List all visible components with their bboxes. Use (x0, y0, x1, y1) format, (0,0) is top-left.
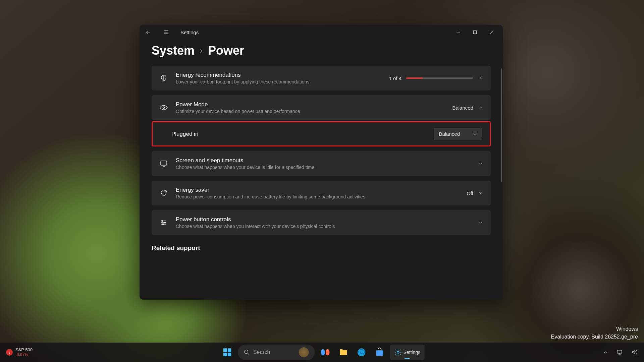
chevron-right-icon: › (200, 46, 203, 55)
svg-point-13 (397, 351, 399, 353)
energy-rec-progress-bar (406, 77, 473, 79)
chevron-up-icon (478, 105, 483, 110)
store-icon (375, 348, 384, 357)
windows-icon (223, 348, 232, 357)
svg-rect-12 (376, 350, 383, 356)
tray-volume[interactable] (629, 347, 639, 357)
chevron-right-icon (478, 75, 483, 81)
search-placeholder: Search (253, 349, 270, 355)
heart-leaf-icon (159, 188, 168, 198)
taskbar-app-explorer[interactable] (336, 345, 351, 360)
svg-rect-2 (161, 161, 167, 165)
power-button-sub: Choose what happens when you interact wi… (176, 224, 471, 229)
svg-rect-8 (223, 353, 227, 356)
svg-rect-14 (617, 350, 622, 353)
svg-point-5 (162, 224, 164, 225)
settings-content: System › Power Energy recommendations Lo… (140, 40, 503, 300)
svg-point-1 (163, 107, 164, 108)
scrollbar[interactable] (501, 68, 502, 182)
taskbar-app-edge[interactable] (354, 345, 369, 360)
folder-icon (339, 348, 348, 357)
related-support-heading: Related support (152, 244, 491, 252)
watermark-line2: Evaluation copy. Build 26252.ge_pre (551, 333, 638, 341)
close-button[interactable] (483, 26, 500, 38)
back-button[interactable] (142, 26, 154, 38)
eye-icon (159, 103, 168, 112)
screen-sleep-sub: Choose what happens when your device is … (176, 165, 471, 170)
monitor-network-icon (616, 349, 623, 355)
power-mode-sub: Optimize your device based on power use … (176, 109, 445, 114)
minimize-button[interactable] (450, 26, 467, 38)
windows-watermark: Windows Evaluation copy. Build 26252.ge_… (551, 325, 638, 341)
power-mode-value: Balanced (452, 105, 473, 111)
copilot-icon (321, 348, 330, 357)
taskbar-app-settings[interactable]: Settings (390, 345, 425, 360)
chevron-down-icon (473, 132, 477, 136)
chevron-up-icon (603, 350, 608, 355)
start-button[interactable] (220, 345, 235, 360)
plugged-in-label: Plugged in (171, 131, 426, 137)
energy-recommendations-card[interactable]: Energy recommendations Lower your carbon… (152, 66, 491, 90)
tray-overflow[interactable] (601, 348, 610, 357)
app-title: Settings (180, 29, 199, 35)
svg-rect-0 (474, 31, 477, 34)
close-icon (490, 30, 494, 34)
nav-menu-button[interactable] (160, 26, 172, 38)
titlebar: Settings (140, 25, 503, 40)
sliders-icon (159, 218, 168, 227)
back-arrow-icon (145, 29, 151, 35)
screen-sleep-card[interactable]: Screen and sleep timeouts Choose what ha… (152, 151, 491, 176)
search-highlight-icon (299, 347, 309, 357)
taskbar-search[interactable]: Search (238, 345, 315, 360)
taskbar: ↓ S&P 500 -0.97% Search (0, 343, 644, 362)
leaf-icon (159, 73, 168, 83)
svg-point-3 (162, 220, 163, 222)
taskbar-app-store[interactable] (372, 345, 387, 360)
settings-window: Settings System › Power Energy recommend… (140, 25, 503, 300)
edge-icon (357, 348, 366, 357)
taskbar-app-copilot[interactable] (318, 345, 333, 360)
energy-saver-sub: Reduce power consumption and increase ba… (176, 194, 459, 199)
energy-rec-progress-fill (406, 77, 423, 79)
stock-widget[interactable]: ↓ S&P 500 -0.97% (3, 346, 36, 358)
plugged-in-row: Plugged in Balanced (152, 121, 491, 146)
stock-down-icon: ↓ (6, 349, 13, 356)
energy-rec-title: Energy recommendations (176, 72, 381, 78)
search-icon (244, 349, 250, 355)
power-mode-card[interactable]: Power Mode Optimize your device based on… (152, 95, 491, 120)
stock-name: S&P 500 (15, 348, 33, 352)
plugged-in-dropdown-value: Balanced (439, 131, 460, 137)
svg-point-10 (245, 350, 248, 354)
chevron-down-icon (478, 161, 483, 166)
taskbar-settings-label: Settings (404, 350, 421, 355)
volume-icon (631, 349, 637, 355)
stock-change: -0.97% (15, 353, 33, 357)
screen-sleep-title: Screen and sleep timeouts (176, 157, 471, 164)
svg-rect-6 (223, 348, 227, 352)
monitor-icon (159, 159, 168, 168)
energy-saver-title: Energy saver (176, 187, 459, 193)
energy-rec-progress-text: 1 of 4 (389, 75, 401, 81)
hamburger-icon (163, 29, 169, 35)
power-button-title: Power button controls (176, 216, 471, 223)
svg-point-4 (164, 222, 166, 223)
energy-saver-card[interactable]: Energy saver Reduce power consumption an… (152, 181, 491, 205)
power-mode-title: Power Mode (176, 101, 445, 108)
maximize-icon (473, 30, 477, 34)
svg-rect-7 (228, 348, 231, 352)
chevron-down-icon (478, 190, 483, 196)
energy-saver-value: Off (467, 190, 473, 196)
gear-icon (394, 348, 402, 356)
tray-network[interactable] (614, 347, 625, 357)
maximize-button[interactable] (467, 26, 483, 38)
chevron-down-icon (478, 220, 483, 225)
svg-rect-9 (228, 353, 231, 356)
energy-rec-sub: Lower your carbon footprint by applying … (176, 79, 381, 84)
power-button-controls-card[interactable]: Power button controls Choose what happen… (152, 210, 491, 235)
watermark-line1: Windows (551, 325, 638, 333)
breadcrumb-power: Power (208, 44, 244, 58)
breadcrumb-system[interactable]: System (152, 44, 195, 58)
minimize-icon (456, 30, 460, 34)
breadcrumb: System › Power (152, 44, 491, 58)
plugged-in-dropdown[interactable]: Balanced (434, 128, 482, 140)
